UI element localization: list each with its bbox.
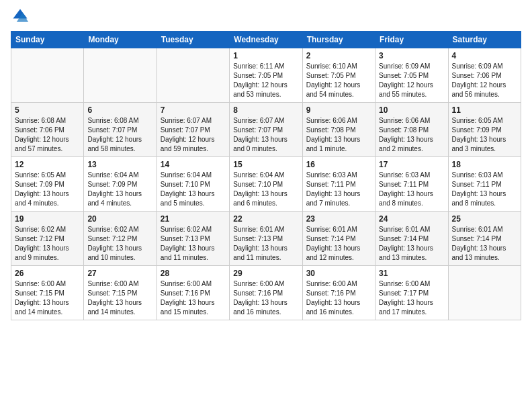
day-info: Sunrise: 6:04 AMSunset: 7:10 PMDaylight:… xyxy=(161,171,226,208)
day-info: Sunrise: 6:11 AMSunset: 7:05 PMDaylight:… xyxy=(233,62,298,99)
day-cell: 30Sunrise: 6:00 AMSunset: 7:16 PMDayligh… xyxy=(302,266,375,320)
day-info: Sunrise: 6:03 AMSunset: 7:11 PMDaylight:… xyxy=(379,171,444,208)
day-cell: 3Sunrise: 6:09 AMSunset: 7:05 PMDaylight… xyxy=(375,48,448,103)
day-info: Sunrise: 6:08 AMSunset: 7:06 PMDaylight:… xyxy=(15,116,80,154)
day-info: Sunrise: 6:09 AMSunset: 7:05 PMDaylight:… xyxy=(379,62,444,99)
weekday-header-monday: Monday xyxy=(84,32,157,48)
day-cell: 16Sunrise: 6:03 AMSunset: 7:11 PMDayligh… xyxy=(302,157,375,212)
day-number: 7 xyxy=(161,105,226,115)
logo xyxy=(11,7,32,26)
day-cell: 25Sunrise: 6:01 AMSunset: 7:14 PMDayligh… xyxy=(448,212,521,266)
day-number: 24 xyxy=(379,214,444,224)
day-number: 29 xyxy=(233,269,298,278)
day-cell: 9Sunrise: 6:06 AMSunset: 7:08 PMDaylight… xyxy=(302,103,375,157)
day-number: 6 xyxy=(87,105,152,115)
calendar-page: SundayMondayTuesdayWednesdayThursdayFrid… xyxy=(0,0,532,331)
day-cell: 17Sunrise: 6:03 AMSunset: 7:11 PMDayligh… xyxy=(375,157,448,212)
day-info: Sunrise: 6:01 AMSunset: 7:13 PMDaylight:… xyxy=(233,225,298,263)
calendar-table: SundayMondayTuesdayWednesdayThursdayFrid… xyxy=(11,31,521,320)
day-info: Sunrise: 6:03 AMSunset: 7:11 PMDaylight:… xyxy=(306,171,371,208)
day-number: 23 xyxy=(306,214,371,224)
day-number: 27 xyxy=(87,269,152,278)
day-number: 12 xyxy=(15,160,80,169)
day-cell: 6Sunrise: 6:08 AMSunset: 7:07 PMDaylight… xyxy=(84,103,157,157)
day-cell: 18Sunrise: 6:03 AMSunset: 7:11 PMDayligh… xyxy=(448,157,521,212)
day-cell: 19Sunrise: 6:02 AMSunset: 7:12 PMDayligh… xyxy=(11,212,84,266)
day-number: 15 xyxy=(233,160,298,169)
day-cell: 5Sunrise: 6:08 AMSunset: 7:06 PMDaylight… xyxy=(11,103,84,157)
week-row-1: 1Sunrise: 6:11 AMSunset: 7:05 PMDaylight… xyxy=(11,48,521,103)
week-row-2: 5Sunrise: 6:08 AMSunset: 7:06 PMDaylight… xyxy=(11,103,521,157)
day-number: 16 xyxy=(306,160,371,169)
weekday-header-sunday: Sunday xyxy=(11,32,84,48)
day-info: Sunrise: 6:04 AMSunset: 7:10 PMDaylight:… xyxy=(233,171,298,208)
day-cell xyxy=(448,266,521,320)
weekday-header-row: SundayMondayTuesdayWednesdayThursdayFrid… xyxy=(11,32,521,48)
day-cell: 7Sunrise: 6:07 AMSunset: 7:07 PMDaylight… xyxy=(157,103,229,157)
day-cell: 12Sunrise: 6:05 AMSunset: 7:09 PMDayligh… xyxy=(11,157,84,212)
day-number: 9 xyxy=(306,105,371,115)
day-info: Sunrise: 6:00 AMSunset: 7:16 PMDaylight:… xyxy=(233,279,298,317)
day-number: 17 xyxy=(379,160,444,169)
week-row-4: 19Sunrise: 6:02 AMSunset: 7:12 PMDayligh… xyxy=(11,212,521,266)
day-number: 1 xyxy=(233,51,298,60)
day-number: 22 xyxy=(233,214,298,224)
day-info: Sunrise: 6:09 AMSunset: 7:06 PMDaylight:… xyxy=(452,62,517,99)
logo-icon xyxy=(11,7,30,26)
day-number: 18 xyxy=(452,160,517,169)
day-cell: 14Sunrise: 6:04 AMSunset: 7:10 PMDayligh… xyxy=(157,157,229,212)
day-info: Sunrise: 6:00 AMSunset: 7:16 PMDaylight:… xyxy=(306,279,371,317)
day-number: 4 xyxy=(452,51,517,60)
header xyxy=(11,7,521,26)
week-row-5: 26Sunrise: 6:00 AMSunset: 7:15 PMDayligh… xyxy=(11,266,521,320)
weekday-header-thursday: Thursday xyxy=(302,32,375,48)
day-cell: 1Sunrise: 6:11 AMSunset: 7:05 PMDaylight… xyxy=(230,48,302,103)
day-info: Sunrise: 6:01 AMSunset: 7:14 PMDaylight:… xyxy=(452,225,517,263)
day-number: 25 xyxy=(452,214,517,224)
day-cell: 8Sunrise: 6:07 AMSunset: 7:07 PMDaylight… xyxy=(230,103,302,157)
day-number: 2 xyxy=(306,51,371,60)
day-cell: 21Sunrise: 6:02 AMSunset: 7:13 PMDayligh… xyxy=(157,212,229,266)
day-info: Sunrise: 6:06 AMSunset: 7:08 PMDaylight:… xyxy=(379,116,444,154)
day-cell: 4Sunrise: 6:09 AMSunset: 7:06 PMDaylight… xyxy=(448,48,521,103)
day-cell xyxy=(84,48,157,103)
day-cell: 11Sunrise: 6:05 AMSunset: 7:09 PMDayligh… xyxy=(448,103,521,157)
day-cell xyxy=(11,48,84,103)
day-info: Sunrise: 6:00 AMSunset: 7:16 PMDaylight:… xyxy=(161,279,226,317)
day-cell: 28Sunrise: 6:00 AMSunset: 7:16 PMDayligh… xyxy=(157,266,229,320)
day-cell: 2Sunrise: 6:10 AMSunset: 7:05 PMDaylight… xyxy=(302,48,375,103)
day-number: 31 xyxy=(379,269,444,278)
day-info: Sunrise: 6:01 AMSunset: 7:14 PMDaylight:… xyxy=(306,225,371,263)
day-info: Sunrise: 6:01 AMSunset: 7:14 PMDaylight:… xyxy=(379,225,444,263)
day-number: 5 xyxy=(15,105,80,115)
day-info: Sunrise: 6:00 AMSunset: 7:17 PMDaylight:… xyxy=(379,279,444,317)
day-number: 13 xyxy=(87,160,152,169)
week-row-3: 12Sunrise: 6:05 AMSunset: 7:09 PMDayligh… xyxy=(11,157,521,212)
day-info: Sunrise: 6:08 AMSunset: 7:07 PMDaylight:… xyxy=(87,116,152,154)
day-cell: 29Sunrise: 6:00 AMSunset: 7:16 PMDayligh… xyxy=(230,266,302,320)
day-number: 28 xyxy=(161,269,226,278)
day-cell: 31Sunrise: 6:00 AMSunset: 7:17 PMDayligh… xyxy=(375,266,448,320)
day-cell: 26Sunrise: 6:00 AMSunset: 7:15 PMDayligh… xyxy=(11,266,84,320)
day-cell: 13Sunrise: 6:04 AMSunset: 7:09 PMDayligh… xyxy=(84,157,157,212)
weekday-header-saturday: Saturday xyxy=(448,32,521,48)
day-cell xyxy=(157,48,229,103)
day-info: Sunrise: 6:05 AMSunset: 7:09 PMDaylight:… xyxy=(15,171,80,208)
day-number: 11 xyxy=(452,105,517,115)
day-info: Sunrise: 6:00 AMSunset: 7:15 PMDaylight:… xyxy=(15,279,80,317)
day-info: Sunrise: 6:10 AMSunset: 7:05 PMDaylight:… xyxy=(306,62,371,99)
day-info: Sunrise: 6:06 AMSunset: 7:08 PMDaylight:… xyxy=(306,116,371,154)
day-number: 3 xyxy=(379,51,444,60)
day-info: Sunrise: 6:04 AMSunset: 7:09 PMDaylight:… xyxy=(87,171,152,208)
weekday-header-wednesday: Wednesday xyxy=(230,32,302,48)
day-number: 20 xyxy=(87,214,152,224)
day-number: 14 xyxy=(161,160,226,169)
day-info: Sunrise: 6:02 AMSunset: 7:13 PMDaylight:… xyxy=(161,225,226,263)
weekday-header-tuesday: Tuesday xyxy=(157,32,229,48)
day-info: Sunrise: 6:02 AMSunset: 7:12 PMDaylight:… xyxy=(87,225,152,263)
day-info: Sunrise: 6:03 AMSunset: 7:11 PMDaylight:… xyxy=(452,171,517,208)
day-number: 8 xyxy=(233,105,298,115)
day-cell: 10Sunrise: 6:06 AMSunset: 7:08 PMDayligh… xyxy=(375,103,448,157)
day-cell: 24Sunrise: 6:01 AMSunset: 7:14 PMDayligh… xyxy=(375,212,448,266)
day-number: 21 xyxy=(161,214,226,224)
